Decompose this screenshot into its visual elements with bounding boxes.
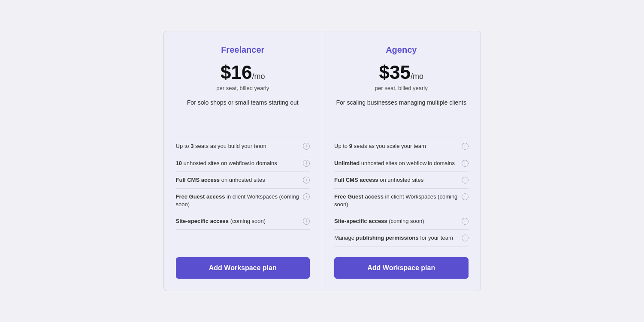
feature-text-agency-3: Free Guest access in client Workspaces (… — [334, 193, 462, 208]
list-item: Manage publishing permissions for your t… — [334, 229, 469, 247]
feature-bold-agency-2: Full CMS access — [334, 177, 378, 183]
feature-text-freelancer-0: Up to 3 seats as you build your team — [176, 142, 303, 150]
list-item: 10 unhosted sites on webflow.io domainsi — [176, 155, 310, 172]
plan-description-freelancer: For solo shops or small teams starting o… — [176, 98, 310, 124]
list-item: Full CMS access on unhosted sitesi — [176, 172, 310, 188]
list-item: Free Guest access in client Workspaces (… — [334, 188, 469, 213]
feature-text-freelancer-4: Site-specific access (coming soon) — [176, 217, 303, 225]
feature-text-agency-1: Unlimited unhosted sites on webflow.io d… — [334, 159, 462, 167]
feature-text-agency-5: Manage publishing permissions for your t… — [334, 234, 462, 242]
feature-bold-freelancer-3: Free Guest access — [176, 193, 225, 200]
feature-text-agency-4: Site-specific access (coming soon) — [334, 217, 462, 225]
plan-card-agency: Agency$35/moper seat, billed yearlyFor s… — [322, 31, 481, 290]
feature-bold-agency-4: Site-specific access — [334, 218, 387, 224]
plan-billing-freelancer: per seat, billed yearly — [176, 85, 310, 91]
feature-text-agency-2: Full CMS access on unhosted sites — [334, 176, 462, 184]
feature-bold-agency-5: publishing permissions — [356, 235, 419, 241]
info-icon[interactable]: i — [462, 218, 469, 225]
plan-amount-freelancer: $16 — [221, 62, 252, 83]
list-item: Up to 9 seats as you scale your teami — [334, 138, 469, 154]
cta-button-freelancer[interactable]: Add Workspace plan — [176, 257, 310, 279]
feature-bold-freelancer-1: 10 — [176, 160, 182, 166]
feature-bold-freelancer-4: Site-specific access — [176, 218, 229, 224]
plan-per-mo-freelancer: /mo — [252, 72, 265, 81]
info-icon[interactable]: i — [303, 160, 310, 167]
list-item: Free Guest access in client Workspaces (… — [176, 188, 310, 213]
cta-button-agency[interactable]: Add Workspace plan — [334, 257, 469, 279]
list-item: Site-specific access (coming soon)i — [176, 213, 310, 230]
info-icon[interactable]: i — [462, 143, 469, 150]
feature-bold-freelancer-0: 3 — [190, 143, 194, 149]
info-icon[interactable]: i — [462, 235, 469, 241]
plan-description-agency: For scaling businesses managing multiple… — [334, 98, 469, 124]
info-icon[interactable]: i — [462, 177, 469, 184]
feature-text-freelancer-3: Free Guest access in client Workspaces (… — [176, 193, 303, 208]
feature-bold-freelancer-2: Full CMS access — [176, 177, 220, 183]
list-item: Full CMS access on unhosted sitesi — [334, 172, 469, 188]
info-icon[interactable]: i — [303, 143, 310, 150]
features-list-agency: Up to 9 seats as you scale your teamiUnl… — [334, 138, 469, 247]
feature-bold-agency-1: Unlimited — [334, 160, 360, 166]
feature-text-freelancer-2: Full CMS access on unhosted sites — [176, 176, 303, 184]
list-item: Unlimited unhosted sites on webflow.io d… — [334, 155, 469, 172]
feature-bold-agency-3: Free Guest access — [334, 193, 384, 200]
feature-text-agency-0: Up to 9 seats as you scale your team — [334, 142, 462, 150]
plan-per-mo-agency: /mo — [411, 72, 423, 81]
list-item: Site-specific access (coming soon)i — [334, 213, 469, 229]
info-icon[interactable]: i — [462, 193, 469, 200]
info-icon[interactable]: i — [303, 193, 310, 200]
info-icon[interactable]: i — [303, 218, 310, 225]
plan-price-freelancer: $16/mo — [176, 62, 310, 83]
info-icon[interactable]: i — [303, 177, 310, 184]
plan-card-freelancer: Freelancer$16/moper seat, billed yearlyF… — [164, 31, 323, 290]
plan-amount-agency: $35 — [379, 62, 411, 83]
pricing-container: Freelancer$16/moper seat, billed yearlyF… — [163, 31, 481, 291]
list-item: Up to 3 seats as you build your teami — [176, 138, 310, 154]
feature-bold-agency-0: 9 — [349, 143, 352, 149]
features-list-freelancer: Up to 3 seats as you build your teami10 … — [176, 138, 310, 247]
info-icon[interactable]: i — [462, 160, 469, 167]
plan-billing-agency: per seat, billed yearly — [334, 85, 469, 91]
plan-price-agency: $35/mo — [334, 62, 469, 83]
plan-name-agency: Agency — [334, 45, 469, 55]
feature-text-freelancer-1: 10 unhosted sites on webflow.io domains — [176, 159, 303, 167]
plan-name-freelancer: Freelancer — [176, 45, 310, 55]
